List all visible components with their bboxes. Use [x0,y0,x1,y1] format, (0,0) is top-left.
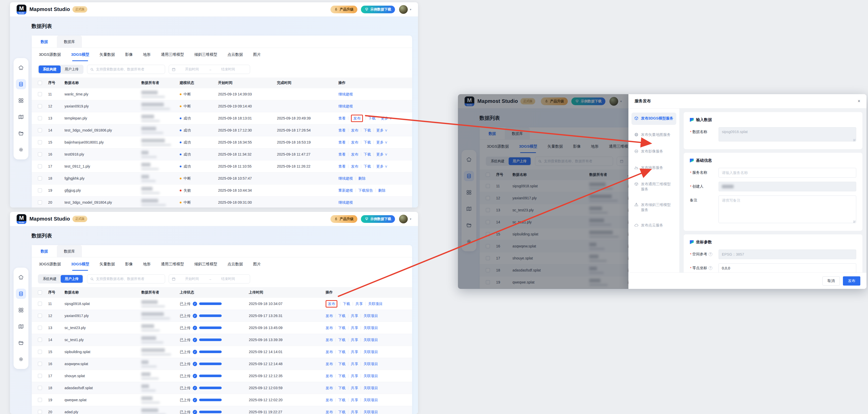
sidebar-item-projects[interactable] [16,338,26,348]
row-checkbox[interactable] [38,326,42,330]
sidebar-item-data[interactable] [16,79,26,89]
tab-database[interactable]: 数据库 [57,245,82,257]
action-下载[interactable]: 下载 [338,374,345,378]
action-更多 ∨[interactable]: 更多 ∨ [376,164,388,169]
action-下载[interactable]: 下载 [364,152,371,157]
action-关联项目[interactable]: 关联项目 [364,350,378,354]
publish-step-6[interactable]: 发布倾斜三维模型服务 [631,199,676,216]
row-checkbox[interactable] [38,104,42,108]
action-查看[interactable]: 查看 [338,140,346,145]
subtab-8[interactable]: 点云数据 [227,52,243,61]
sidebar-item-map[interactable] [16,112,26,122]
action-继续建模[interactable]: 继续建模 [338,200,353,205]
search-input[interactable]: 支持搜索数据名称、数据所有者 [87,274,165,284]
row-checkbox[interactable] [38,128,42,132]
close-icon[interactable]: × [858,98,860,104]
action-重新建模[interactable]: 重新建模 [338,188,353,193]
row-checkbox[interactable] [38,140,42,144]
sidebar-item-home[interactable] [16,63,26,73]
action-共享[interactable]: 共享 [351,410,358,414]
upgrade-button[interactable]: 产品升级 [331,215,357,223]
row-checkbox[interactable] [38,200,42,204]
action-继续建模[interactable]: 继续建模 [338,92,353,97]
action-发布[interactable]: 发布 [326,361,333,367]
publish-step-7[interactable]: 发布点云服务 [631,220,676,232]
row-checkbox[interactable] [38,152,42,156]
row-checkbox[interactable] [38,350,42,354]
upgrade-button[interactable]: 产品升级 [331,6,357,13]
action-下载[interactable]: 下载 [338,386,345,390]
action-关联项目[interactable]: 关联项目 [364,386,378,390]
row-checkbox[interactable] [38,116,42,120]
sidebar-item-home[interactable] [16,272,26,283]
action-下载[interactable]: 下载 [338,338,345,342]
action-共享[interactable]: 共享 [351,350,358,354]
chevron-down-icon[interactable]: ▾ [410,217,411,221]
action-下载[interactable]: 下载 [338,325,345,330]
action-继续建模[interactable]: 继续建模 [338,104,353,109]
action-关联项目[interactable]: 关联项目 [364,338,378,342]
sidebar-item-settings[interactable] [16,354,26,364]
row-checkbox[interactable] [38,410,42,414]
subtab-2[interactable]: 3DGS模型 [71,262,89,271]
action-发布[interactable]: 发布 [326,350,333,354]
action-关联项目[interactable]: 关联项目 [364,374,378,378]
action-发布[interactable]: 发布 [326,325,333,330]
subtab-3[interactable]: 矢量数据 [100,52,115,61]
action-关联项目[interactable]: 关联项目 [364,361,378,367]
sidebar-item-map[interactable] [16,321,26,331]
subtab-7[interactable]: 倾斜三维模型 [194,52,217,61]
subtab-6[interactable]: 通用三维模型 [161,262,184,271]
row-checkbox[interactable] [38,164,42,168]
date-range-input[interactable]: 开始时间 → 结束时间 [169,65,250,74]
action-发布[interactable]: 发布 [351,128,358,133]
action-发布[interactable]: 发布 [328,302,335,306]
action-共享[interactable]: 共享 [351,397,358,403]
action-共享[interactable]: 共享 [351,386,358,390]
sidebar-item-projects[interactable] [16,128,26,138]
action-下载报告[interactable]: 下载报告 [359,188,373,193]
row-checkbox[interactable] [38,362,42,366]
action-发布[interactable]: 发布 [326,313,333,318]
subtab-3[interactable]: 矢量数据 [100,262,115,271]
action-下载[interactable]: 下载 [338,410,345,414]
action-删除[interactable]: 删除 [359,176,366,181]
action-共享[interactable]: 共享 [351,361,358,367]
sample-data-download-button[interactable]: 示例数据下载 [361,6,395,13]
row-checkbox[interactable] [38,314,42,318]
date-range-input[interactable]: 开始时间 → 结束时间 [169,274,250,284]
action-下载[interactable]: 下载 [364,164,371,169]
action-共享[interactable]: 共享 [351,338,358,342]
subtab-8[interactable]: 点云数据 [227,262,243,271]
sidebar-item-apps[interactable] [16,95,26,106]
action-关联项目[interactable]: 关联项目 [364,410,378,414]
row-checkbox[interactable] [38,92,42,96]
toggle-system-build[interactable]: 系统构建 [39,65,61,73]
subtab-9[interactable]: 图片 [253,52,261,61]
subtab-5[interactable]: 地形 [143,262,151,271]
action-关联项目[interactable]: 关联项目 [364,313,378,318]
action-共享[interactable]: 共享 [351,325,358,330]
subtab-4[interactable]: 影像 [125,52,133,61]
action-发布[interactable]: 发布 [326,386,333,390]
subtab-1[interactable]: 3DGS源数据 [39,52,61,61]
action-更多 ∨[interactable]: 更多 ∨ [376,140,388,145]
chevron-down-icon[interactable]: ▾ [410,8,411,11]
action-下载[interactable]: 下载 [364,140,371,145]
action-下载[interactable]: 下载 [368,116,375,121]
action-关联项目[interactable]: 关联项目 [368,301,383,306]
sidebar-item-apps[interactable] [16,305,26,315]
select-all-checkbox[interactable] [38,81,42,85]
avatar[interactable] [399,5,408,14]
sample-data-download-button[interactable]: 示例数据下载 [361,215,395,223]
action-查看[interactable]: 查看 [338,116,346,121]
publish-step-5[interactable]: 发布通用三维模型服务 [631,178,676,195]
action-下载[interactable]: 下载 [343,301,350,306]
avatar[interactable] [399,215,408,223]
subtab-1[interactable]: 3DGS源数据 [39,262,61,271]
row-checkbox[interactable] [38,386,42,390]
tab-data[interactable]: 数据 [32,245,57,257]
subtab-9[interactable]: 图片 [253,262,261,271]
action-发布[interactable]: 发布 [326,374,333,378]
sidebar-item-settings[interactable] [16,145,26,155]
